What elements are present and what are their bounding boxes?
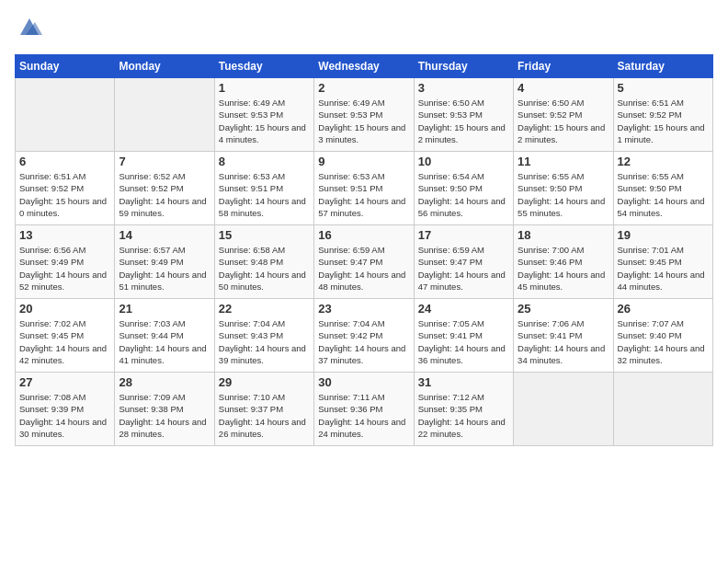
column-header-sunday: Sunday xyxy=(16,55,115,78)
cell-details: Sunrise: 6:50 AMSunset: 9:52 PMDaylight:… xyxy=(518,97,609,145)
day-number: 9 xyxy=(318,155,409,168)
calendar-cell: 5Sunrise: 6:51 AMSunset: 9:52 PMDaylight… xyxy=(613,78,712,152)
calendar-cell: 10Sunrise: 6:54 AMSunset: 9:50 PMDayligh… xyxy=(414,152,513,225)
calendar-cell: 31Sunrise: 7:12 AMSunset: 9:35 PMDayligh… xyxy=(414,373,513,446)
cell-details: Sunrise: 6:58 AMSunset: 9:48 PMDaylight:… xyxy=(219,244,310,293)
day-number: 27 xyxy=(19,375,110,389)
day-number: 12 xyxy=(618,155,709,168)
calendar-cell: 12Sunrise: 6:55 AMSunset: 9:50 PMDayligh… xyxy=(613,152,712,225)
day-number: 3 xyxy=(418,81,509,95)
calendar-cell: 9Sunrise: 6:53 AMSunset: 9:51 PMDaylight… xyxy=(314,152,414,225)
calendar-week-row: 6Sunrise: 6:51 AMSunset: 9:52 PMDaylight… xyxy=(16,152,713,225)
day-number: 14 xyxy=(119,228,210,242)
calendar-cell: 27Sunrise: 7:08 AMSunset: 9:39 PMDayligh… xyxy=(16,373,115,446)
day-number: 22 xyxy=(219,302,310,316)
day-number: 28 xyxy=(119,375,210,389)
cell-details: Sunrise: 7:07 AMSunset: 9:40 PMDaylight:… xyxy=(618,317,709,366)
day-number: 2 xyxy=(318,81,409,95)
calendar-cell xyxy=(115,78,214,152)
calendar-cell: 26Sunrise: 7:07 AMSunset: 9:40 PMDayligh… xyxy=(613,299,712,373)
column-header-tuesday: Tuesday xyxy=(214,55,313,78)
calendar-cell: 30Sunrise: 7:11 AMSunset: 9:36 PMDayligh… xyxy=(314,373,414,446)
cell-details: Sunrise: 6:55 AMSunset: 9:50 PMDaylight:… xyxy=(618,170,709,219)
day-number: 30 xyxy=(318,375,409,389)
cell-details: Sunrise: 6:52 AMSunset: 9:52 PMDaylight:… xyxy=(119,170,210,219)
cell-details: Sunrise: 6:54 AMSunset: 9:50 PMDaylight:… xyxy=(418,170,509,219)
calendar-cell: 11Sunrise: 6:55 AMSunset: 9:50 PMDayligh… xyxy=(514,152,613,225)
logo-icon xyxy=(17,15,42,40)
column-header-saturday: Saturday xyxy=(613,55,712,78)
calendar-cell: 17Sunrise: 6:59 AMSunset: 9:47 PMDayligh… xyxy=(414,225,513,299)
day-number: 1 xyxy=(219,81,310,95)
day-number: 6 xyxy=(19,155,110,168)
calendar-header-row: SundayMondayTuesdayWednesdayThursdayFrid… xyxy=(16,55,713,78)
day-number: 19 xyxy=(618,228,709,242)
cell-details: Sunrise: 7:05 AMSunset: 9:41 PMDaylight:… xyxy=(418,317,509,366)
cell-details: Sunrise: 6:59 AMSunset: 9:47 PMDaylight:… xyxy=(318,244,409,293)
cell-details: Sunrise: 6:49 AMSunset: 9:53 PMDaylight:… xyxy=(219,97,310,145)
day-number: 5 xyxy=(618,81,709,95)
day-number: 7 xyxy=(119,155,210,168)
day-number: 25 xyxy=(518,302,609,316)
cell-details: Sunrise: 7:11 AMSunset: 9:36 PMDaylight:… xyxy=(318,391,409,440)
cell-details: Sunrise: 7:00 AMSunset: 9:46 PMDaylight:… xyxy=(518,244,609,293)
cell-details: Sunrise: 7:10 AMSunset: 9:37 PMDaylight:… xyxy=(219,391,310,440)
calendar-cell xyxy=(613,373,712,446)
day-number: 17 xyxy=(418,228,509,242)
day-number: 4 xyxy=(518,81,609,95)
calendar-cell: 28Sunrise: 7:09 AMSunset: 9:38 PMDayligh… xyxy=(115,373,214,446)
cell-details: Sunrise: 7:01 AMSunset: 9:45 PMDaylight:… xyxy=(618,244,709,293)
calendar-cell: 25Sunrise: 7:06 AMSunset: 9:41 PMDayligh… xyxy=(514,299,613,373)
calendar-week-row: 1Sunrise: 6:49 AMSunset: 9:53 PMDaylight… xyxy=(16,78,713,152)
calendar-cell: 16Sunrise: 6:59 AMSunset: 9:47 PMDayligh… xyxy=(314,225,414,299)
calendar-cell: 13Sunrise: 6:56 AMSunset: 9:49 PMDayligh… xyxy=(16,225,115,299)
calendar-cell: 29Sunrise: 7:10 AMSunset: 9:37 PMDayligh… xyxy=(214,373,313,446)
cell-details: Sunrise: 6:57 AMSunset: 9:49 PMDaylight:… xyxy=(119,244,210,293)
column-header-monday: Monday xyxy=(115,55,214,78)
day-number: 10 xyxy=(418,155,509,168)
calendar-cell: 8Sunrise: 6:53 AMSunset: 9:51 PMDaylight… xyxy=(214,152,313,225)
cell-details: Sunrise: 7:06 AMSunset: 9:41 PMDaylight:… xyxy=(518,317,609,366)
calendar-cell: 19Sunrise: 7:01 AMSunset: 9:45 PMDayligh… xyxy=(613,225,712,299)
calendar-cell: 4Sunrise: 6:50 AMSunset: 9:52 PMDaylight… xyxy=(514,78,613,152)
calendar-cell: 22Sunrise: 7:04 AMSunset: 9:43 PMDayligh… xyxy=(214,299,313,373)
day-number: 20 xyxy=(19,302,110,316)
logo xyxy=(15,15,42,45)
calendar-cell: 1Sunrise: 6:49 AMSunset: 9:53 PMDaylight… xyxy=(214,78,313,152)
cell-details: Sunrise: 6:56 AMSunset: 9:49 PMDaylight:… xyxy=(19,244,110,293)
day-number: 18 xyxy=(518,228,609,242)
calendar-cell: 18Sunrise: 7:00 AMSunset: 9:46 PMDayligh… xyxy=(514,225,613,299)
calendar-cell: 23Sunrise: 7:04 AMSunset: 9:42 PMDayligh… xyxy=(314,299,414,373)
cell-details: Sunrise: 6:55 AMSunset: 9:50 PMDaylight:… xyxy=(518,170,609,219)
day-number: 11 xyxy=(518,155,609,168)
cell-details: Sunrise: 7:02 AMSunset: 9:45 PMDaylight:… xyxy=(19,317,110,366)
cell-details: Sunrise: 7:04 AMSunset: 9:42 PMDaylight:… xyxy=(318,317,409,366)
cell-details: Sunrise: 7:12 AMSunset: 9:35 PMDaylight:… xyxy=(418,391,509,440)
day-number: 16 xyxy=(318,228,409,242)
calendar-cell: 24Sunrise: 7:05 AMSunset: 9:41 PMDayligh… xyxy=(414,299,513,373)
cell-details: Sunrise: 6:59 AMSunset: 9:47 PMDaylight:… xyxy=(418,244,509,293)
page-header xyxy=(15,15,713,45)
calendar-cell xyxy=(16,78,115,152)
column-header-thursday: Thursday xyxy=(414,55,513,78)
cell-details: Sunrise: 6:53 AMSunset: 9:51 PMDaylight:… xyxy=(318,170,409,219)
day-number: 31 xyxy=(418,375,509,389)
calendar-cell: 2Sunrise: 6:49 AMSunset: 9:53 PMDaylight… xyxy=(314,78,414,152)
calendar-cell: 14Sunrise: 6:57 AMSunset: 9:49 PMDayligh… xyxy=(115,225,214,299)
cell-details: Sunrise: 6:53 AMSunset: 9:51 PMDaylight:… xyxy=(219,170,310,219)
cell-details: Sunrise: 7:03 AMSunset: 9:44 PMDaylight:… xyxy=(119,317,210,366)
calendar-cell: 7Sunrise: 6:52 AMSunset: 9:52 PMDaylight… xyxy=(115,152,214,225)
cell-details: Sunrise: 6:51 AMSunset: 9:52 PMDaylight:… xyxy=(19,170,110,219)
calendar-cell: 3Sunrise: 6:50 AMSunset: 9:53 PMDaylight… xyxy=(414,78,513,152)
day-number: 26 xyxy=(618,302,709,316)
column-header-friday: Friday xyxy=(514,55,613,78)
cell-details: Sunrise: 6:50 AMSunset: 9:53 PMDaylight:… xyxy=(418,97,509,145)
day-number: 23 xyxy=(318,302,409,316)
cell-details: Sunrise: 6:51 AMSunset: 9:52 PMDaylight:… xyxy=(618,97,709,145)
calendar-week-row: 20Sunrise: 7:02 AMSunset: 9:45 PMDayligh… xyxy=(16,299,713,373)
column-header-wednesday: Wednesday xyxy=(314,55,414,78)
day-number: 15 xyxy=(219,228,310,242)
calendar-cell: 20Sunrise: 7:02 AMSunset: 9:45 PMDayligh… xyxy=(16,299,115,373)
cell-details: Sunrise: 7:09 AMSunset: 9:38 PMDaylight:… xyxy=(119,391,210,440)
cell-details: Sunrise: 6:49 AMSunset: 9:53 PMDaylight:… xyxy=(318,97,409,145)
